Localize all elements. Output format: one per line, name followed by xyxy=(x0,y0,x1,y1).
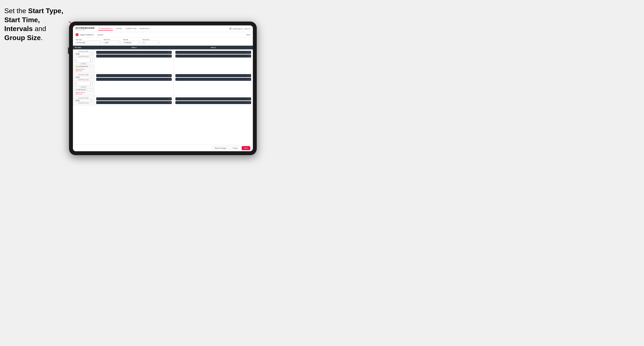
info-icon-2: ℹ xyxy=(91,76,92,78)
group-size-group: Group Size 3 ▾ xyxy=(142,39,160,44)
starting-hole-label-1: STARTING HOLE: xyxy=(75,56,92,57)
starting-time-value-1: 10:00 xyxy=(76,53,80,55)
course-label-1: COURSE: xyxy=(75,63,92,64)
user-avatar xyxy=(229,27,232,30)
info-icon-3: ℹ xyxy=(91,100,92,101)
instruction-text: Set the Start Type,Start Time,Intervals … xyxy=(4,6,67,42)
slot-icons-1a: ✕ ⊕ xyxy=(168,51,171,53)
starting-hole-label-3: STARTING HOLE: xyxy=(75,102,92,104)
player-slot-1a[interactable]: ✕ ⊕ xyxy=(96,51,172,54)
team2-cell-2: ✕ ⊕ ✕ ⊕ xyxy=(174,73,253,96)
starting-time-value-3: 10:20 xyxy=(76,100,80,101)
group-left-3: STARTING TIME: 10:20 ℹ STARTING HOLE: xyxy=(73,96,94,105)
course-icon-2: ⛳ xyxy=(76,89,77,90)
slot-icons-3b: ✕ ⊕ xyxy=(168,102,171,103)
tournament-name[interactable]: Clippd Invitational xyxy=(80,34,94,36)
starting-hole-value-2: 1 xyxy=(76,83,76,84)
team2-cell-1: ✕ ⊕ ✕ ⊕ xyxy=(174,49,253,73)
nav-teams[interactable]: TEAMS xyxy=(116,27,122,31)
logo-text: SCOREBOARD xyxy=(76,27,95,29)
player-slot-1c[interactable]: ✕ ⊕ xyxy=(176,51,251,54)
start-type-label: Start Type xyxy=(76,39,102,40)
start-time-label: Start Time xyxy=(104,39,121,40)
reset-changes-button[interactable]: Reset Changes xyxy=(212,146,229,150)
player-slot-2b[interactable]: ✕ ⊕ xyxy=(96,78,172,81)
th-team2: Team 2 xyxy=(174,46,253,49)
nav-bar: SCOREBOARD Powered by clippd TOURNAMENTS… xyxy=(73,25,253,32)
breadcrumb-bar: C Clippd Invitational › Hosting Back xyxy=(73,32,253,37)
back-button[interactable]: Back xyxy=(246,34,250,36)
group-size-label: Group Size xyxy=(142,39,160,40)
start-time-group: Start Time 10:00 ⏱ xyxy=(104,39,121,44)
save-button[interactable]: Save xyxy=(242,146,250,150)
course-icon-1: ⛳ xyxy=(76,65,77,67)
starting-hole-field-1[interactable]: 1 ▲▼ xyxy=(75,58,92,62)
start-type-select[interactable]: 1st Tee Start ▾ xyxy=(76,41,102,44)
starting-time-field-3[interactable]: 10:20 ℹ xyxy=(75,99,92,102)
team-cells-3: ✕ ⊕ ✕ ⊕ ✕ ⊕ ✕ ⊕ xyxy=(94,96,253,105)
stepper-2[interactable]: ▲▼ xyxy=(90,81,92,85)
controls-row: Start Type 1st Tee Start ▾ Start Time 10… xyxy=(73,37,253,46)
player-slot-2d[interactable]: ✕ ⊕ xyxy=(176,78,251,81)
starting-hole-field-2[interactable]: 1 ▲▼ xyxy=(75,81,92,86)
remove-group-link-1[interactable]: ○ Remove Group xyxy=(75,68,92,70)
remove-course-icon-2[interactable]: ✕ xyxy=(86,89,88,90)
starting-time-label-1: STARTING TIME: xyxy=(75,51,92,52)
stepper-1[interactable]: ▲▼ xyxy=(90,58,92,62)
info-icon-1: ℹ xyxy=(91,53,92,55)
intervals-group: Intervals 10 Minutes ▾ xyxy=(123,39,140,44)
player-slot-1b[interactable]: ✕ ⊕ xyxy=(96,54,172,57)
add-group-link-2[interactable]: + Add Group xyxy=(75,93,92,95)
nav-rankings[interactable]: RANKINGS xyxy=(140,27,150,31)
sign-out-link[interactable]: Sign out xyxy=(245,28,250,29)
slot-icons-1b: ✕ ⊕ xyxy=(168,55,171,57)
remove-group-link-2[interactable]: ○ Remove Group xyxy=(75,92,92,93)
intervals-select[interactable]: 10 Minutes ▾ xyxy=(123,41,140,44)
chevron-down-icon-3: ▾ xyxy=(158,42,158,43)
intervals-label: Intervals xyxy=(123,39,140,40)
team2-cell-3: ✕ ⊕ ✕ ⊕ xyxy=(174,96,253,105)
start-time-select[interactable]: 10:00 ⏱ xyxy=(104,41,121,44)
player-slot-3b[interactable]: ✕ ⊕ xyxy=(96,101,172,104)
intervals-value: 10 Minutes xyxy=(124,42,132,43)
nav-right: blair@clippd.io | Sign out xyxy=(229,27,250,30)
tablet-screen: SCOREBOARD Powered by clippd TOURNAMENTS… xyxy=(73,25,253,151)
th-team1: Team 1 xyxy=(94,46,174,49)
slot-icons-1c: ✕ ⊕ xyxy=(247,51,250,53)
nav-committee[interactable]: COMMITTEE xyxy=(125,27,137,31)
slot-icons-3d: ✕ ⊕ xyxy=(247,102,250,103)
course-tag-1: ⛳ (A) Peachtree GC ✕ xyxy=(75,65,92,67)
slot-icons-2d: ✕ ⊕ xyxy=(247,78,250,80)
tablet-side-button xyxy=(68,47,69,54)
player-slot-2c[interactable]: ✕ ⊕ xyxy=(176,74,251,77)
team-cells-2: ✕ ⊕ ✕ ⊕ ✕ ⊕ ✕ ⊕ xyxy=(94,73,253,96)
team1-cell-3: ✕ ⊕ ✕ ⊕ xyxy=(94,96,174,105)
logo-sub: Powered by clippd xyxy=(76,29,95,31)
breadcrumb-separator: › xyxy=(95,34,95,36)
group-row-2: STARTING TIME: 10:10 ℹ STARTING HOLE: 1 … xyxy=(73,73,253,96)
starting-time-field-1[interactable]: 10:00 ℹ xyxy=(75,53,92,55)
course-tag-2: ⛳ East Lake GC ✕ xyxy=(75,88,92,91)
cancel-button[interactable]: Cancel xyxy=(230,146,240,150)
slot-icons-2a: ✕ ⊕ xyxy=(168,75,171,76)
tablet-frame: SCOREBOARD Powered by clippd TOURNAMENTS… xyxy=(69,21,257,155)
player-slot-2a[interactable]: ✕ ⊕ xyxy=(96,74,172,77)
add-group-link-1[interactable]: + Add Group xyxy=(75,70,92,71)
player-slot-3c[interactable]: ✕ ⊕ xyxy=(176,97,251,100)
table-area: Tee Time Team 1 Team 2 STARTING TIME: 10… xyxy=(73,46,253,145)
chevron-down-icon: ▾ xyxy=(100,42,100,43)
start-type-group: Start Type 1st Tee Start ▾ xyxy=(76,39,102,44)
player-slot-3d[interactable]: ✕ ⊕ xyxy=(176,101,251,104)
start-type-value: 1st Tee Start xyxy=(76,42,85,43)
logo-area: SCOREBOARD Powered by clippd xyxy=(76,27,95,31)
breadcrumb-left: C Clippd Invitational › Hosting xyxy=(76,33,104,36)
starting-time-field-2[interactable]: 10:10 ℹ xyxy=(75,76,92,78)
slot-icons-2b: ✕ ⊕ xyxy=(168,78,171,80)
player-slot-1d[interactable]: ✕ ⊕ xyxy=(176,54,251,57)
course-name-2: East Lake GC xyxy=(78,89,86,90)
group-size-select[interactable]: 3 ▾ xyxy=(142,41,160,44)
player-slot-3a[interactable]: ✕ ⊕ xyxy=(96,97,172,100)
remove-course-icon-1[interactable]: ✕ xyxy=(89,65,90,67)
nav-tournaments[interactable]: TOURNAMENTS xyxy=(98,27,112,31)
slot-icons-3c: ✕ ⊕ xyxy=(247,98,250,100)
